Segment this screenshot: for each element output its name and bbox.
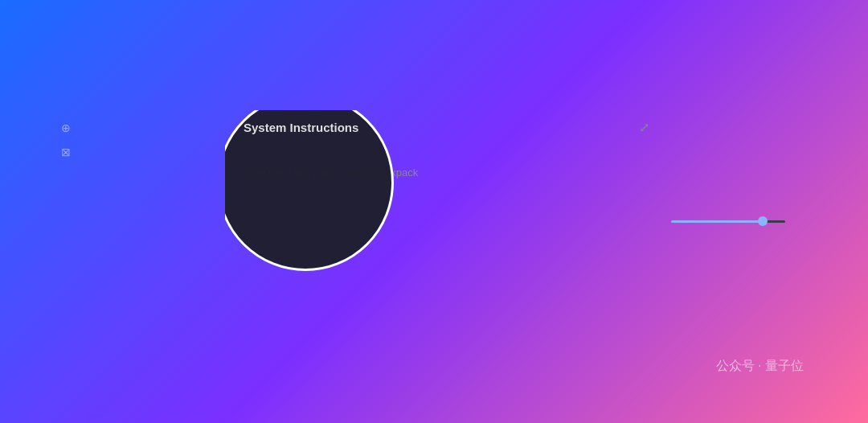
- temperature-slider[interactable]: [671, 220, 785, 223]
- watermark: 公众号 · 量子位: [716, 358, 804, 375]
- tune-icon: ⊠: [61, 146, 71, 158]
- prompt-panel: System Instructions Write me a story ab.…: [225, 110, 659, 384]
- expand-button[interactable]: ⤢: [639, 120, 649, 135]
- add-icon: ⊕: [61, 121, 71, 134]
- system-instructions-label: System Instructions: [244, 121, 358, 134]
- temperature-slider-thumb: [758, 216, 768, 226]
